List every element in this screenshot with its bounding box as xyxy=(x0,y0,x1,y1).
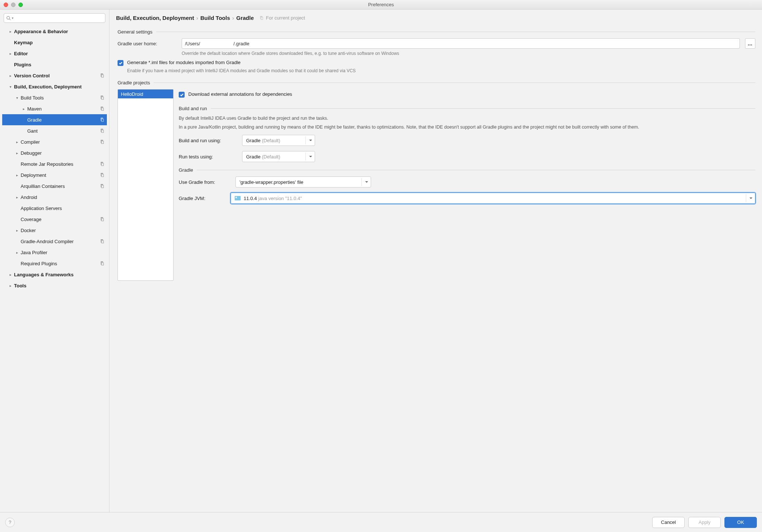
tree-item-version-control[interactable]: ▸Version Control xyxy=(2,70,107,81)
section-projects: Gradle projects xyxy=(118,80,755,85)
tree-item-deployment[interactable]: ▸Deployment xyxy=(2,169,107,181)
apply-button: Apply xyxy=(688,517,721,528)
gradle-from-value: 'gradle-wrapper.properties' file xyxy=(240,179,303,185)
tree-item-gradle[interactable]: Gradle xyxy=(2,114,107,125)
download-annotations-checkbox[interactable] xyxy=(179,92,185,98)
scope-label: For current project xyxy=(266,15,305,21)
chevron-down-icon: ▾ xyxy=(8,85,13,89)
tree-item-build-tools[interactable]: ▾Build Tools xyxy=(2,92,107,103)
gradle-jvm-value: 11.0.4 xyxy=(244,196,257,201)
search-input[interactable]: ▾ xyxy=(4,13,105,23)
projects-list[interactable]: HelloDroid xyxy=(118,89,174,281)
tree-item-coverage[interactable]: Coverage xyxy=(2,214,107,225)
breadcrumb-part[interactable]: Build, Execution, Deployment xyxy=(116,15,194,21)
check-icon xyxy=(119,61,123,65)
tree-item-label: Editor xyxy=(14,51,105,56)
section-gradle: Gradle xyxy=(179,167,755,173)
cancel-button[interactable]: Cancel xyxy=(652,517,685,528)
tree-item-appearance-behavior[interactable]: ▸Appearance & Behavior xyxy=(2,26,107,37)
browse-button[interactable]: … xyxy=(745,38,755,49)
copy-icon xyxy=(99,183,105,189)
tests-using-combo[interactable]: Gradle (Default) xyxy=(242,151,315,162)
tree-item-label: Deployment xyxy=(21,172,99,178)
tree-item-gant[interactable]: Gant xyxy=(2,125,107,136)
chevron-right-icon: ▸ xyxy=(8,52,13,56)
tree-item-docker[interactable]: ▸Docker xyxy=(2,225,107,236)
tree-item-plugins[interactable]: Plugins xyxy=(2,59,107,70)
generate-iml-checkbox[interactable] xyxy=(118,60,123,66)
build-using-value: Gradle xyxy=(246,138,261,143)
tree-item-application-servers[interactable]: Application Servers xyxy=(2,203,107,214)
breadcrumb: Build, Execution, Deployment›Build Tools… xyxy=(116,15,254,21)
copy-icon xyxy=(259,15,264,20)
tree-item-arquillian-containers[interactable]: Arquillian Containers xyxy=(2,181,107,192)
settings-tree[interactable]: ▸Appearance & Behavior Keymap▸Editor Plu… xyxy=(2,26,107,512)
help-button[interactable]: ? xyxy=(5,518,15,527)
tree-item-tools[interactable]: ▸Tools xyxy=(2,280,107,291)
chevron-right-icon: ▸ xyxy=(15,140,19,144)
tree-item-compiler[interactable]: ▸Compiler xyxy=(2,136,107,147)
copy-icon xyxy=(99,139,105,144)
dialog-footer: ? Cancel Apply OK xyxy=(0,512,762,532)
tree-item-label: Maven xyxy=(27,106,99,112)
tree-item-label: Keymap xyxy=(14,40,105,45)
copy-icon xyxy=(99,172,105,178)
download-annotations-label: Download external annotations for depend… xyxy=(188,91,292,97)
section-projects-label: Gradle projects xyxy=(118,80,150,85)
section-build-run: Build and run xyxy=(179,106,755,111)
tests-using-label: Run tests using: xyxy=(179,154,237,160)
generate-iml-hint: Enable if you have a mixed project with … xyxy=(127,68,755,73)
chevron-right-icon: ▸ xyxy=(8,284,13,288)
tree-item-required-plugins[interactable]: Required Plugins xyxy=(2,258,107,269)
tree-item-label: Appearance & Behavior xyxy=(14,29,105,34)
tree-item-keymap[interactable]: Keymap xyxy=(2,37,107,48)
chevron-down-icon: ▾ xyxy=(15,96,19,100)
build-run-desc2: In a pure Java/Kotlin project, building … xyxy=(179,124,755,130)
tree-item-maven[interactable]: ▸Maven xyxy=(2,103,107,114)
breadcrumb-part[interactable]: Build Tools xyxy=(200,15,230,21)
project-item[interactable]: HelloDroid xyxy=(118,90,173,98)
search-field[interactable] xyxy=(16,15,103,21)
gradle-from-combo[interactable]: 'gradle-wrapper.properties' file xyxy=(235,176,371,188)
tree-item-label: Gradle-Android Compiler xyxy=(21,239,99,244)
gradle-home-label: Gradle user home: xyxy=(118,41,176,46)
generate-iml-label: Generate *.iml files for modules importe… xyxy=(127,60,241,65)
tree-item-java-profiler[interactable]: ▸Java Profiler xyxy=(2,247,107,258)
gradle-jvm-suffix: java version "11.0.4" xyxy=(258,196,302,201)
tree-item-remote-jar-repositories[interactable]: Remote Jar Repositories xyxy=(2,158,107,169)
chevron-right-icon: ▸ xyxy=(15,173,19,177)
copy-icon xyxy=(99,117,105,122)
copy-icon xyxy=(99,95,105,100)
tree-item-label: Languages & Frameworks xyxy=(14,272,105,277)
gradle-jvm-combo[interactable]: 11.0.4 java version "11.0.4" xyxy=(231,193,755,204)
tree-item-gradle-android-compiler[interactable]: Gradle-Android Compiler xyxy=(2,236,107,247)
tree-item-languages-frameworks[interactable]: ▸Languages & Frameworks xyxy=(2,269,107,280)
build-using-combo[interactable]: Gradle (Default) xyxy=(242,135,315,146)
scope-indicator: For current project xyxy=(259,15,305,21)
tree-item-label: Android xyxy=(21,195,105,200)
tree-item-label: Version Control xyxy=(14,73,99,78)
chevron-down-icon xyxy=(309,155,312,158)
tree-item-debugger[interactable]: ▸Debugger xyxy=(2,147,107,158)
chevron-right-icon: ▸ xyxy=(15,151,19,155)
breadcrumb-sep: › xyxy=(230,15,236,21)
copy-icon xyxy=(99,128,105,133)
gradle-home-input[interactable] xyxy=(182,38,740,49)
tree-item-android[interactable]: ▸Android xyxy=(2,192,107,203)
search-scope-chevron-icon[interactable]: ▾ xyxy=(12,16,14,20)
tree-item-build-execution-deployment[interactable]: ▾Build, Execution, Deployment xyxy=(2,81,107,92)
copy-icon xyxy=(99,106,105,111)
search-icon xyxy=(6,16,11,21)
tree-item-label: Gant xyxy=(27,128,99,134)
tree-item-label: Remote Jar Repositories xyxy=(21,161,99,167)
build-run-desc1: By default IntelliJ IDEA uses Gradle to … xyxy=(179,115,755,122)
breadcrumb-part[interactable]: Gradle xyxy=(236,15,254,21)
ok-button[interactable]: OK xyxy=(724,517,757,528)
window-title: Preferences xyxy=(0,2,762,7)
section-general: General settings xyxy=(118,29,755,35)
copy-icon xyxy=(99,261,105,266)
chevron-right-icon: ▸ xyxy=(15,228,19,232)
tree-item-editor[interactable]: ▸Editor xyxy=(2,48,107,59)
chevron-right-icon: ▸ xyxy=(15,251,19,255)
tree-item-label: Debugger xyxy=(21,150,105,156)
